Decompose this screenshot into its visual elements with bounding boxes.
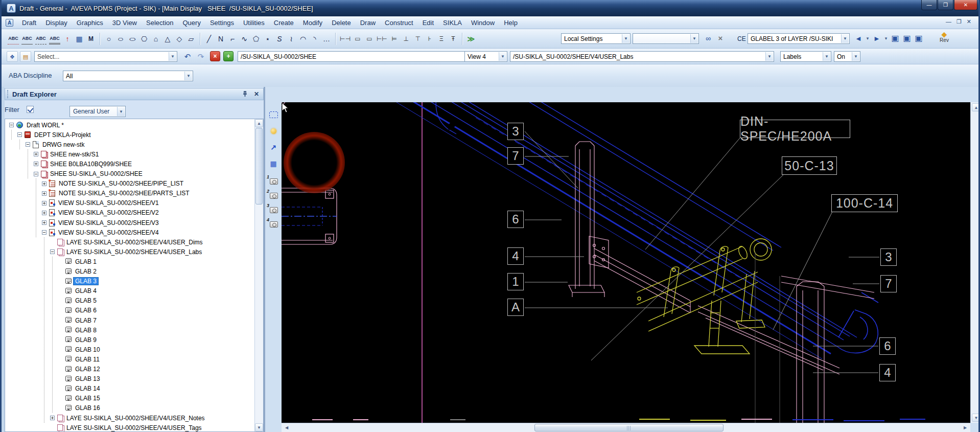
tree-item-glab-6[interactable]: GLAB 6 [58,306,98,315]
add-view-button[interactable]: + [223,51,234,61]
tree-item-label[interactable]: GLAB 13 [74,375,102,382]
chevron-down-icon[interactable]: ▼ [169,52,176,61]
sketch-line-icon[interactable]: ∿ [240,33,249,44]
nav-back-drop-icon[interactable]: ▾ [866,33,870,44]
v-dim-2-icon[interactable]: ⊤ [413,33,423,44]
tree-item-view-su-sikla-su-0002-shee-v1[interactable]: VIEW SU-SIKLA_SU-0002/SHEE/V1 [42,198,160,208]
camera-1-icon[interactable]: 1 [268,177,279,186]
tree-item-label[interactable]: GLAB 12 [74,366,102,373]
panel-close-icon[interactable]: ✕ [254,90,259,98]
scroll-right-icon[interactable]: ▶ [961,424,969,432]
canvas-v-scrollbar[interactable]: ▲ ▼ [970,102,980,423]
chevron-down-icon[interactable]: ▼ [823,52,830,61]
mdi-minimize-icon[interactable]: — [946,18,951,25]
tree-item-label[interactable]: NOTE SU-SIKLA_SU-0002/SHEE/PARTS_LIST [57,190,191,197]
chevron-down-icon[interactable]: ▼ [499,52,506,61]
abc-dotted-icon[interactable]: ABC [8,33,19,44]
tree-item-label[interactable]: GLAB 3 [74,278,98,285]
tree-item-glab-16[interactable]: GLAB 16 [58,403,102,413]
expand-icon[interactable] [42,201,46,206]
camera-2-icon[interactable]: 2 [268,192,279,200]
nav-fwd-icon[interactable]: ▶ [872,33,881,44]
callout-right-4[interactable]: 4 [879,364,896,381]
tree-item-label[interactable]: DEPT SIKLA-Projekt [33,131,92,139]
tree-item-label[interactable]: SHEE SU-SIKLA_SU-0002/SHEE [49,170,144,177]
grid-icon[interactable]: ▦ [268,159,278,168]
expand-icon[interactable] [34,162,38,166]
menu-item-settings[interactable]: Settings [205,18,239,28]
menu-item-draft[interactable]: Draft [17,18,41,28]
window-cascade-icon[interactable]: ▣ [902,33,912,44]
expand-icon[interactable] [42,181,46,186]
menu-item-edit[interactable]: Edit [418,18,438,28]
fillet-icon[interactable]: ◝ [310,33,319,44]
tree-item-shee-b0lba10bq999-shee[interactable]: SHEE B0LBA10BQ999/SHEE [34,159,133,169]
star-icon[interactable]: ⋆ [263,33,272,44]
abc-solid-icon[interactable]: ABC [21,33,33,44]
tree-item-label[interactable]: GLAB 15 [74,395,102,402]
hatch-grid-icon[interactable]: ▦ [75,33,84,44]
polyline-icon[interactable]: N [216,33,225,44]
chevron-down-icon[interactable]: ▼ [184,72,192,80]
chevron-down-icon[interactable]: ▼ [117,107,125,116]
tree-scrollbar-thumb[interactable] [255,128,263,204]
tree-item-label[interactable]: SHEE B0LBA10BQ999/SHEE [49,161,133,168]
tree-item-glab-4[interactable]: GLAB 4 [58,286,98,296]
tree-item-glab-13[interactable]: GLAB 13 [58,374,102,384]
camera-4-icon[interactable]: 4 [268,220,279,229]
callout-right-7[interactable]: 7 [880,275,897,292]
select-view-icon[interactable] [268,110,278,119]
drawing-view[interactable]: 37641A3764 DIN-SPEC/HE200A 50-C-13 100-C… [282,102,970,423]
h-dim-icon[interactable]: ⊢⊣ [340,33,351,44]
frame-dim-icon[interactable]: ▭ [365,33,374,44]
chevron-down-icon[interactable]: ▼ [765,52,773,61]
tree-item-label[interactable]: SHEE new-stk/S1 [49,151,100,158]
expand-icon[interactable] [42,211,46,215]
menu-item-selection[interactable]: Selection [142,18,178,28]
tree-item-label[interactable]: GLAB 11 [74,356,101,363]
tree-item-glab-14[interactable]: GLAB 14 [58,384,102,394]
menu-item-help[interactable]: Help [499,18,522,28]
tree-item-label[interactable]: VIEW SU-SIKLA_SU-0002/SHEE/V3 [57,219,160,226]
pin-icon[interactable] [242,91,248,97]
tree-item-view-su-sikla-su-0002-shee-v2[interactable]: VIEW SU-SIKLA_SU-0002/SHEE/V2 [42,208,160,218]
scroll-down-icon[interactable]: ▼ [255,423,263,431]
filter-checkbox[interactable] [27,106,34,113]
v-dim-5-icon[interactable]: Ŧ [449,33,458,44]
collapse-icon[interactable] [9,123,14,127]
collapse-icon[interactable] [50,249,55,254]
tree-item-label[interactable]: GLAB 10 [74,346,102,353]
card-icon[interactable]: ▤ [20,51,31,62]
filter-combo[interactable]: General User▼ [69,106,126,117]
callout-left-4[interactable]: 4 [507,247,524,265]
callout-left-1[interactable]: 1 [507,273,524,290]
label-100-c-14[interactable]: 100-C-14 [831,194,898,212]
collapse-icon[interactable] [17,132,22,137]
arc-icon[interactable]: ◠ [298,33,308,44]
tree-item-label[interactable]: Draft WORL * [25,122,65,129]
window-tile-icon[interactable]: ▣ [914,33,923,44]
close-button[interactable]: ✕ [954,0,977,10]
callout-right-3[interactable]: 3 [880,248,897,266]
menu-item-graphics[interactable]: Graphics [72,18,108,28]
tree-item-view-su-sikla-su-0002-shee-v4[interactable]: VIEW SU-SIKLA_SU-0002/SHEE/V4 [42,228,160,237]
tree-item-drwg-new-stk[interactable]: DRWG new-stk [26,140,86,149]
labels-combo[interactable]: Labels▼ [780,51,831,62]
tree-scrollbar[interactable]: ▲ ▼ [254,119,263,431]
tree-item-label[interactable]: GLAB 2 [74,268,98,275]
tree-item-shee-su-sikla-su-0002-shee[interactable]: SHEE SU-SIKLA_SU-0002/SHEE [34,169,144,179]
ellipsis-icon[interactable]: … [322,33,331,44]
delete-view-button[interactable]: × [210,51,220,61]
tree-item-glab-8[interactable]: GLAB 8 [58,325,98,335]
camera-3-icon[interactable]: 3 [268,206,279,214]
settings-scope-combo[interactable]: Local Settings▼ [561,33,631,44]
canvas-h-scrollbar[interactable]: ◀ ▶ [282,423,970,432]
select-combo[interactable]: Select...▼ [34,51,177,62]
tree-item-laye-su-sikla-su-0002-shee-v4-user-labs[interactable]: LAYE SU-SIKLA_SU-0002/SHEE/V4/USER_Labs [50,247,203,257]
panel-grip[interactable] [7,90,9,98]
delete-x-icon[interactable]: × [716,33,725,44]
v-dim-4-icon[interactable]: Ξ [437,33,446,44]
tree-item-label[interactable]: GLAB 5 [74,297,98,304]
callout-left-a[interactable]: A [507,299,524,316]
scroll-down-icon[interactable]: ▼ [972,414,980,422]
